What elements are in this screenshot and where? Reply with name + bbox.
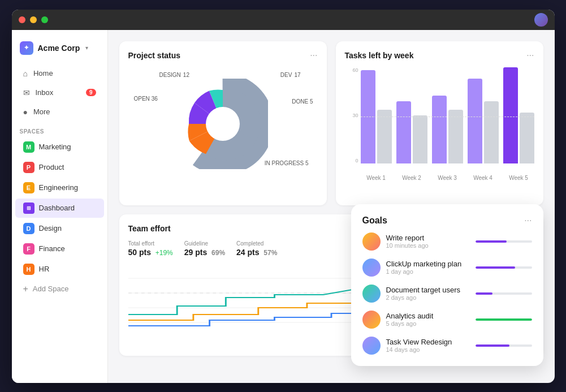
goal-avatar-4 — [362, 311, 381, 329]
goals-title: Goals — [362, 216, 387, 226]
bar-week3-gray — [448, 110, 463, 163]
pie-label-dev: DEV 17 — [280, 72, 301, 78]
goal-info-3: Document target users 2 days ago — [386, 286, 470, 301]
bar-group-week2 — [396, 101, 427, 163]
tasks-left-card: Tasks left by week ··· 60 30 0 — [336, 41, 543, 205]
progress-track-4 — [476, 318, 532, 321]
sidebar-item-marketing[interactable]: M Marketing — [15, 137, 104, 157]
main-content: Project status ··· — [108, 30, 555, 383]
workspace-caret: ▾ — [85, 45, 88, 51]
sidebar-item-finance[interactable]: F Finance — [15, 239, 104, 259]
bar-chart: 60 30 0 — [345, 67, 534, 180]
bar-week1-gray — [377, 110, 392, 163]
y-axis: 60 30 0 — [345, 67, 358, 163]
sidebar-item-engineering[interactable]: E Engineering — [15, 178, 104, 197]
space-label-finance: Finance — [39, 244, 65, 253]
goals-header: Goals ··· — [362, 216, 532, 226]
sidebar-item-design[interactable]: D Design — [15, 219, 104, 238]
goal-progress-4 — [476, 318, 532, 321]
progress-fill-3 — [476, 292, 492, 295]
space-icon-finance: F — [23, 243, 34, 255]
week3-label: Week 3 — [432, 175, 463, 181]
close-button[interactable] — [19, 16, 25, 23]
effort-stat-completed: Completed 24 pts 57% — [236, 240, 277, 257]
bar-week4-purple — [468, 79, 482, 163]
inbox-badge: 9 — [86, 89, 96, 96]
progress-fill-1 — [476, 240, 507, 243]
goal-item-3: Document target users 2 days ago — [362, 285, 532, 303]
bar-week5-purple — [503, 67, 518, 163]
minimize-button[interactable] — [30, 16, 37, 23]
pie-label-inprogress: IN PROGRESS 5 — [265, 160, 309, 166]
project-status-menu[interactable]: ··· — [310, 50, 317, 61]
space-label-hr: HR — [39, 265, 50, 273]
goal-name-1: Write report — [386, 234, 470, 242]
goal-avatar-3 — [362, 285, 381, 303]
effort-guideline-label: Guideline — [184, 240, 225, 247]
bar-group-week5 — [503, 67, 534, 163]
team-effort-title: Team effort — [128, 224, 171, 233]
goal-name-5: Task View Redesign — [386, 338, 470, 346]
progress-fill-2 — [476, 266, 515, 269]
tasks-menu[interactable]: ··· — [526, 50, 534, 61]
user-avatar[interactable] — [534, 13, 548, 27]
bar-group-week3 — [432, 96, 463, 163]
nav-more[interactable]: ● More — [15, 103, 104, 121]
add-space-button[interactable]: + Add Space — [15, 280, 104, 298]
effort-change: +19% — [155, 249, 173, 257]
bar-week3-purple — [432, 96, 447, 163]
home-icon: ⌂ — [23, 69, 28, 78]
space-icon-engineering: E — [23, 182, 34, 193]
tasks-header: Tasks left by week ··· — [345, 50, 534, 61]
progress-track-3 — [476, 292, 532, 295]
week2-label: Week 2 — [396, 175, 427, 181]
add-space-icon: + — [23, 284, 28, 294]
nav-home[interactable]: ⌂ Home — [15, 64, 104, 83]
sidebar: ✦ Acme Corp ▾ ⌂ Home ✉ Inbox 9 ● More Sp… — [12, 30, 108, 383]
maximize-button[interactable] — [41, 16, 48, 23]
effort-total-label: Total effort — [128, 240, 173, 247]
goal-name-3: Document target users — [386, 286, 470, 294]
spaces-header: Spaces — [12, 122, 107, 137]
effort-completed-label: Completed — [236, 240, 277, 247]
goals-menu[interactable]: ··· — [524, 216, 532, 226]
goal-progress-2 — [476, 266, 532, 269]
space-label-dashboard: Dashboard — [39, 204, 75, 212]
bar-week2-gray — [413, 115, 427, 163]
effort-guideline-pct: 69% — [211, 249, 225, 257]
goal-progress-5 — [476, 344, 532, 347]
goal-item-2: ClickUp marketing plan 1 day ago — [362, 259, 532, 277]
goals-list: Write report 10 minutes ago — [362, 232, 532, 355]
goal-item-5: Task View Redesign 14 days ago — [362, 337, 532, 355]
sidebar-item-product[interactable]: P Product — [15, 158, 104, 177]
goal-progress-3 — [476, 292, 532, 295]
main-layout: ✦ Acme Corp ▾ ⌂ Home ✉ Inbox 9 ● More Sp… — [12, 30, 555, 383]
space-icon-product: P — [23, 162, 34, 173]
goal-time-4: 5 days ago — [386, 320, 470, 327]
goal-item-1: Write report 10 minutes ago — [362, 232, 532, 251]
effort-completed-value: 24 pts 57% — [236, 248, 277, 257]
goal-progress-1 — [476, 240, 532, 243]
space-icon-dashboard: ⊞ — [23, 203, 34, 214]
project-status-header: Project status ··· — [128, 50, 318, 61]
bar-x-labels: Week 1 Week 2 Week 3 Week 4 Week 5 — [345, 175, 534, 181]
sidebar-item-hr[interactable]: H HR — [15, 260, 104, 279]
sidebar-item-dashboard[interactable]: ⊞ Dashboard — [15, 199, 104, 218]
space-label-design: Design — [39, 224, 62, 232]
progress-track-2 — [476, 266, 532, 269]
nav-home-label: Home — [33, 69, 53, 77]
goal-name-4: Analytics audit — [386, 312, 470, 320]
nav-inbox[interactable]: ✉ Inbox 9 — [15, 84, 104, 102]
effort-stat-total: Total effort 50 pts +19% — [128, 240, 173, 257]
effort-guideline-value: 29 pts 69% — [184, 248, 225, 257]
workspace-logo[interactable]: ✦ Acme Corp ▾ — [12, 37, 107, 64]
pie-chart — [178, 79, 268, 169]
pie-label-done: DONE 5 — [292, 98, 313, 105]
project-status-card: Project status ··· — [119, 41, 327, 205]
space-label-product: Product — [39, 163, 64, 171]
space-icon-marketing: M — [23, 141, 34, 153]
week1-label: Week 1 — [361, 175, 392, 181]
effort-stat-guideline: Guideline 29 pts 69% — [184, 240, 225, 257]
goal-time-3: 2 days ago — [386, 294, 470, 301]
nav-more-label: More — [33, 107, 50, 116]
